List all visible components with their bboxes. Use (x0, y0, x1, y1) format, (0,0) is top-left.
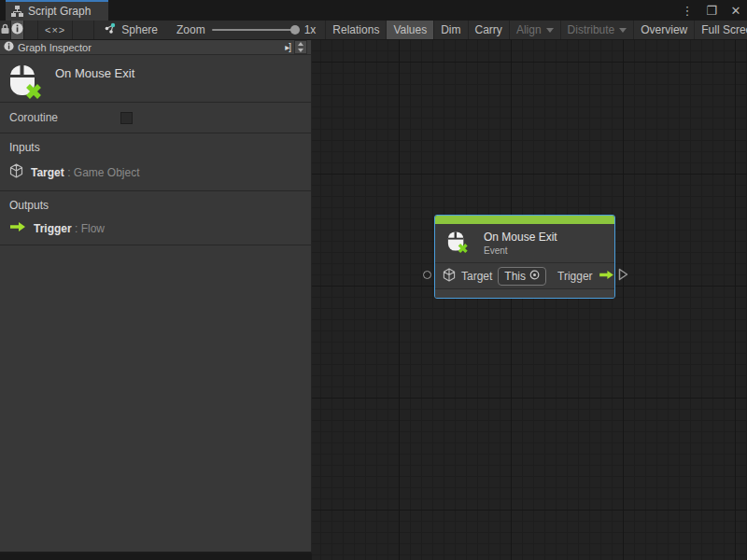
tab-script-graph[interactable]: Script Graph (6, 0, 108, 21)
inputs-section: Inputs Target : Game Object (0, 133, 311, 191)
align-dropdown[interactable]: Align (509, 21, 560, 39)
chevron-down-icon (546, 28, 554, 33)
zoom-control: Zoom 1x (167, 21, 325, 39)
zoom-slider-thumb[interactable] (290, 25, 300, 35)
scroll-down-icon[interactable] (298, 49, 303, 52)
panel-scroll-stepper[interactable] (294, 40, 307, 54)
input-row-target: Target : Game Object (9, 163, 302, 181)
zoom-value: 1x (304, 23, 317, 36)
outputs-section: Outputs Trigger : Flow (0, 191, 311, 245)
graph-name-label: Sphere (121, 23, 158, 36)
target-port-label: Target (461, 270, 492, 283)
inspector-toggle-button[interactable] (11, 21, 24, 39)
target-value-button[interactable]: This (498, 267, 546, 286)
graph-toolbar: <×> Sphere Zoom 1x Relations Values Dim … (0, 21, 747, 40)
graph-hierarchy-icon (11, 6, 23, 17)
scroll-up-icon[interactable] (298, 42, 303, 46)
window-tab-bar: Script Graph ⋮ ❐ ✕ (0, 0, 747, 21)
node-header[interactable]: On Mouse Exit Event (435, 224, 614, 262)
inputs-heading: Inputs (9, 141, 302, 154)
info-icon (4, 41, 14, 53)
mouse-exit-icon (446, 229, 469, 257)
node-port-row: Target This Trigger (435, 262, 614, 288)
node-title: On Mouse Exit (484, 231, 557, 244)
coroutine-label: Coroutine (9, 111, 120, 124)
node-footer (435, 288, 614, 298)
code-icon: <×> (45, 24, 65, 35)
values-button[interactable]: Values (386, 21, 433, 39)
inspector-header: Graph Inspector ▸] (0, 40, 311, 55)
overview-button[interactable]: Overview (633, 21, 694, 39)
distribute-dropdown[interactable]: Distribute (560, 21, 634, 39)
lock-button[interactable] (0, 21, 11, 39)
chevron-down-icon (619, 28, 627, 33)
event-title: On Mouse Exit (55, 66, 134, 80)
cube-icon (9, 163, 23, 181)
window-close-icon[interactable]: ✕ (728, 4, 743, 18)
graph-reference-button[interactable]: Sphere (93, 21, 167, 39)
zoom-slider[interactable] (212, 29, 298, 31)
output-connection-port[interactable] (618, 268, 628, 284)
edit-source-button[interactable]: <×> (37, 21, 73, 39)
dim-button[interactable]: Dim (433, 21, 467, 39)
mouse-exit-icon (7, 62, 43, 102)
graph-canvas[interactable]: On Mouse Exit Event Target This Trigger (312, 40, 747, 560)
tab-label: Script Graph (28, 5, 91, 18)
coroutine-row: Coroutine (0, 103, 311, 133)
trigger-port-label: Trigger (557, 270, 593, 283)
dock-panel-icon[interactable]: ▸] (281, 42, 294, 52)
event-header-section: On Mouse Exit (0, 55, 311, 103)
on-mouse-exit-node[interactable]: On Mouse Exit Event Target This Trigger (434, 215, 615, 299)
target-picker-icon[interactable] (529, 270, 540, 283)
graph-node-icon (104, 22, 116, 37)
window-menu-icon[interactable]: ⋮ (680, 4, 695, 18)
window-maximize-icon[interactable]: ❐ (704, 4, 719, 18)
cube-icon (443, 268, 456, 285)
coroutine-checkbox[interactable] (120, 112, 133, 124)
lock-icon (0, 23, 10, 37)
outputs-heading: Outputs (9, 199, 302, 212)
info-icon (11, 22, 23, 37)
flow-arrow-icon (599, 270, 614, 283)
graph-inspector-panel: Graph Inspector ▸] On Mouse Exit Corouti… (0, 40, 312, 553)
output-row-trigger: Trigger : Flow (9, 221, 302, 235)
toolbar-right-group: Relations Values Dim Carry Align Distrib… (325, 21, 747, 39)
carry-button[interactable]: Carry (468, 21, 509, 39)
node-event-accent-bar (435, 216, 614, 224)
node-subtitle: Event (484, 245, 557, 256)
zoom-label: Zoom (176, 23, 205, 36)
relations-button[interactable]: Relations (325, 21, 386, 39)
flow-arrow-icon (9, 221, 26, 235)
full-screen-button[interactable]: Full Screen (694, 21, 747, 39)
input-connection-port[interactable] (423, 271, 431, 279)
inspector-title: Graph Inspector (18, 42, 281, 53)
window-controls: ⋮ ❐ ✕ (680, 0, 743, 21)
